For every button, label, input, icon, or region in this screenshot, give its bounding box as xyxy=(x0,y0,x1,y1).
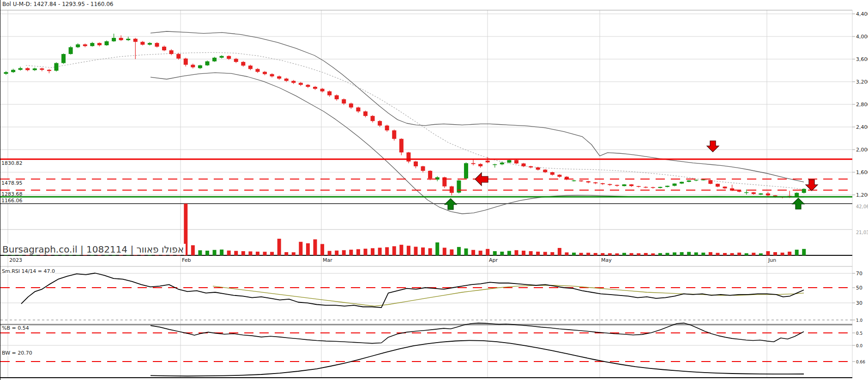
down-arrow-marker[interactable] xyxy=(806,180,818,191)
volume-bar xyxy=(529,251,533,255)
candle-body xyxy=(557,175,561,177)
price-axis-tick-label: 4,400 xyxy=(856,11,868,17)
candle-body xyxy=(47,70,51,71)
candle-body xyxy=(766,193,770,195)
candle-body xyxy=(284,78,289,81)
lower-panel-tick-label: 0.5 xyxy=(856,331,862,336)
price-axis-tick-label: 1,200 xyxy=(856,192,868,198)
volume-bar xyxy=(514,250,518,255)
volume-bar xyxy=(435,242,439,255)
candle-body xyxy=(478,164,482,166)
candle-body xyxy=(313,87,317,89)
bollinger-lower-line xyxy=(151,72,804,214)
candle-body xyxy=(637,186,641,187)
candle-body xyxy=(241,62,245,66)
volume-bar xyxy=(213,250,217,255)
price-level-label: 1830.82 xyxy=(1,160,23,166)
volume-axis-label: 21,033 xyxy=(856,230,868,235)
candle-body xyxy=(104,41,108,45)
price-axis-tick-label: 2,400 xyxy=(856,124,868,130)
volume-bar xyxy=(328,251,332,255)
volume-bar xyxy=(773,252,777,255)
branding-ticker-label: Bursagraph.co.il | 1082114 | אפולו פאוור xyxy=(2,244,186,255)
percent-b-panel-label: %B = 0.54 xyxy=(2,325,29,331)
stock-chart-canvas[interactable]: 4,4004,0003,6003,2002,8002,4002,0001,600… xyxy=(0,0,868,380)
volume-bar xyxy=(234,251,238,255)
candle-body xyxy=(277,76,281,78)
volume-bar xyxy=(493,251,497,255)
volume-bar xyxy=(263,252,267,255)
volume-bar xyxy=(371,248,374,255)
month-label: Jun xyxy=(768,257,776,263)
candle-body xyxy=(752,192,756,194)
candle-body xyxy=(673,184,677,186)
volume-bar xyxy=(320,244,324,255)
volume-bar xyxy=(443,247,446,255)
candle-body xyxy=(399,139,404,152)
volume-bar xyxy=(284,252,288,255)
volume-bar xyxy=(752,253,755,255)
volume-bar xyxy=(248,251,252,255)
candle-body xyxy=(536,168,540,170)
lower-panel-tick-label: 70 xyxy=(856,271,862,277)
volume-bar xyxy=(378,247,382,255)
price-axis-tick-label: 3,600 xyxy=(856,56,868,62)
candle-body xyxy=(629,184,633,186)
volume-bar xyxy=(306,243,310,255)
month-label: Feb xyxy=(182,257,191,263)
candle-body xyxy=(363,111,368,116)
candle-body xyxy=(522,163,526,166)
candle-body xyxy=(320,89,325,91)
down-arrow-marker[interactable] xyxy=(707,141,719,152)
candle-body xyxy=(414,162,418,166)
candle-body xyxy=(593,182,597,183)
candle-body xyxy=(550,172,555,175)
volume-bar xyxy=(428,248,432,255)
volume-bar xyxy=(680,252,684,255)
candle-body xyxy=(133,39,138,42)
left-arrow-marker[interactable] xyxy=(475,173,488,186)
candle-body xyxy=(155,43,159,47)
volume-bar xyxy=(701,253,705,255)
up-arrow-marker[interactable] xyxy=(792,198,804,209)
up-arrow-marker[interactable] xyxy=(445,199,457,210)
candle-body xyxy=(33,68,37,70)
candle-body xyxy=(507,160,511,163)
candle-body xyxy=(428,171,432,179)
candle-body xyxy=(378,121,382,126)
candle-body xyxy=(76,44,80,47)
month-label: May xyxy=(601,257,612,263)
candle-body xyxy=(406,152,410,162)
volume-bar xyxy=(277,239,281,255)
price-axis-tick-label: 3,200 xyxy=(856,79,868,85)
candle-body xyxy=(500,163,504,164)
volume-bar xyxy=(759,253,763,255)
candle-body xyxy=(529,166,533,167)
volume-bar xyxy=(608,253,612,255)
volume-bar xyxy=(658,253,662,255)
volume-bar xyxy=(414,247,417,255)
candle-body xyxy=(644,187,648,188)
candle-body xyxy=(54,63,58,71)
candle-body xyxy=(421,166,425,171)
volume-bar xyxy=(630,253,633,255)
candle-body xyxy=(601,183,605,184)
candle-body xyxy=(40,68,44,70)
candle-body xyxy=(248,66,253,69)
volume-bar xyxy=(565,253,568,255)
candle-body xyxy=(4,72,8,74)
volume-bar xyxy=(385,247,389,255)
volume-bar xyxy=(644,253,648,255)
month-label: Apr xyxy=(489,257,498,263)
candle-body xyxy=(61,54,66,63)
candle-body xyxy=(148,43,152,45)
volume-bar xyxy=(227,251,231,255)
candle-body xyxy=(25,68,30,70)
candle-body xyxy=(263,72,267,74)
candle-body xyxy=(723,187,727,188)
volume-bar xyxy=(543,252,547,255)
volume-bar xyxy=(579,253,583,255)
volume-bar xyxy=(335,251,338,255)
volume-bar xyxy=(191,245,195,255)
volume-bar xyxy=(622,253,626,255)
